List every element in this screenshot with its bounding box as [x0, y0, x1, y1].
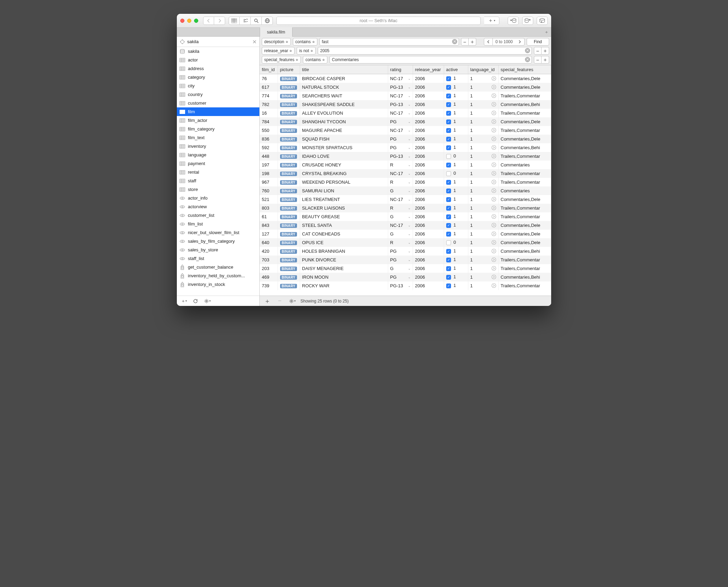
- cell-language_id[interactable]: 1: [468, 161, 498, 169]
- table-row[interactable]: 967BINARYWEEKEND PERSONALR⌄2006 11Traile…: [260, 178, 551, 186]
- nav-forward-button[interactable]: [214, 17, 225, 25]
- structure-view-button[interactable]: [240, 17, 251, 25]
- cell-release_year[interactable]: 2006: [413, 178, 444, 186]
- cell-rating[interactable]: PG⌄: [388, 117, 413, 126]
- find-button[interactable]: Find: [527, 38, 549, 46]
- console-button[interactable]: [537, 17, 548, 25]
- cell-active[interactable]: 1: [444, 247, 468, 256]
- cell-film_id[interactable]: 197: [260, 161, 278, 169]
- table-row[interactable]: 803BINARYSLACKER LIAISONSR⌄2006 11Traile…: [260, 204, 551, 212]
- table-row[interactable]: 843BINARYSTEEL SANTANC-17⌄2006 11Comment…: [260, 221, 551, 230]
- cell-rating[interactable]: PG⌄: [388, 273, 413, 281]
- cell-special_features[interactable]: Commentaries,Dele: [498, 74, 551, 83]
- cell-film_id[interactable]: 521: [260, 195, 278, 204]
- table-row[interactable]: 592BINARYMONSTER SPARTACUSPG⌄2006 11Comm…: [260, 143, 551, 152]
- table-row[interactable]: 76BINARYBIRDCAGE CASPERNC-17⌄2006 11Comm…: [260, 74, 551, 83]
- chevron-down-icon[interactable]: ⌄: [408, 180, 411, 184]
- link-arrow-icon[interactable]: [491, 240, 496, 245]
- cell-film_id[interactable]: 967: [260, 178, 278, 186]
- active-checkbox[interactable]: [446, 206, 451, 211]
- link-arrow-icon[interactable]: [491, 283, 496, 288]
- new-tab-plus-button[interactable]: ＋: [542, 28, 551, 36]
- filter-field-select[interactable]: release_year≑: [262, 47, 295, 55]
- cell-special_features[interactable]: Commentaries,Dele: [498, 135, 551, 143]
- active-checkbox[interactable]: [446, 137, 451, 142]
- sidebar-item-staff_list[interactable]: staff_list: [177, 254, 259, 263]
- active-checkbox[interactable]: [446, 249, 451, 254]
- cell-title[interactable]: SEARCHERS WAIT: [300, 92, 388, 100]
- cell-title[interactable]: BIRDCAGE CASPER: [300, 74, 388, 83]
- cell-rating[interactable]: PG⌄: [388, 247, 413, 256]
- cell-title[interactable]: WEEKEND PERSONAL: [300, 178, 388, 186]
- active-checkbox[interactable]: [446, 189, 451, 193]
- cell-language_id[interactable]: 1: [468, 186, 498, 195]
- sidebar-item-payment[interactable]: payment: [177, 159, 259, 168]
- sidebar-item-category[interactable]: category: [177, 73, 259, 81]
- cell-picture[interactable]: BINARY: [278, 273, 300, 281]
- cell-special_features[interactable]: Trailers,Commentar: [498, 212, 551, 221]
- cell-language_id[interactable]: 1: [468, 221, 498, 230]
- cell-special_features[interactable]: Trailers,Commentar: [498, 178, 551, 186]
- cell-film_id[interactable]: 420: [260, 247, 278, 256]
- sidebar-item-language[interactable]: language: [177, 151, 259, 159]
- chevron-down-icon[interactable]: ⌄: [408, 154, 411, 158]
- cell-special_features[interactable]: Commentaries: [498, 161, 551, 169]
- table-row[interactable]: 127BINARYCAT CONEHEADSG⌄2006 11Commentar…: [260, 230, 551, 238]
- cell-rating[interactable]: PG-13⌄: [388, 281, 413, 290]
- cell-special_features[interactable]: Commentaries,Behi: [498, 100, 551, 109]
- column-header-rating[interactable]: rating: [388, 65, 413, 74]
- remove-filter-button[interactable]: −: [461, 38, 469, 46]
- cell-active[interactable]: 1: [444, 273, 468, 281]
- cell-title[interactable]: IDAHO LOVE: [300, 152, 388, 161]
- sidebar-item-inventory_held_by_custom...[interactable]: inventory_held_by_custom...: [177, 271, 259, 280]
- link-arrow-icon[interactable]: [491, 223, 496, 228]
- cell-release_year[interactable]: 2006: [413, 186, 444, 195]
- sidebar-search-value[interactable]: sakila: [187, 39, 250, 44]
- cell-special_features[interactable]: Trailers,Commentar: [498, 281, 551, 290]
- cell-special_features[interactable]: Trailers,Commentar: [498, 204, 551, 212]
- cell-release_year[interactable]: 2006: [413, 212, 444, 221]
- table-row[interactable]: 16BINARYALLEY EVOLUTIONNC-17⌄2006 11Trai…: [260, 109, 551, 117]
- active-checkbox[interactable]: [446, 240, 451, 245]
- cell-picture[interactable]: BINARY: [278, 161, 300, 169]
- cell-active[interactable]: 1: [444, 126, 468, 135]
- cell-picture[interactable]: BINARY: [278, 117, 300, 126]
- column-header-active[interactable]: active: [444, 65, 468, 74]
- chevron-down-icon[interactable]: ⌄: [408, 223, 411, 227]
- cell-title[interactable]: CRUSADE HONEY: [300, 161, 388, 169]
- cell-rating[interactable]: PG-13⌄: [388, 152, 413, 161]
- cell-special_features[interactable]: Trailers,Commentar: [498, 126, 551, 135]
- link-arrow-icon[interactable]: [491, 93, 496, 98]
- close-window-button[interactable]: [180, 19, 184, 23]
- cell-language_id[interactable]: 1: [468, 152, 498, 161]
- cell-rating[interactable]: R⌄: [388, 204, 413, 212]
- chevron-down-icon[interactable]: ⌄: [408, 206, 411, 210]
- active-checkbox[interactable]: [446, 197, 451, 202]
- table-row[interactable]: 782BINARYSHAKESPEARE SADDLEPG-13⌄2006 11…: [260, 100, 551, 109]
- cell-picture[interactable]: BINARY: [278, 109, 300, 117]
- column-header-release_year[interactable]: release_year: [413, 65, 444, 74]
- active-checkbox[interactable]: [446, 76, 451, 81]
- cell-title[interactable]: PUNK DIVORCE: [300, 256, 388, 264]
- cell-rating[interactable]: PG⌄: [388, 143, 413, 152]
- cell-title[interactable]: CRYSTAL BREAKING: [300, 169, 388, 178]
- chevron-down-icon[interactable]: ⌄: [408, 77, 411, 80]
- cell-rating[interactable]: G⌄: [388, 186, 413, 195]
- active-checkbox[interactable]: [446, 266, 451, 271]
- cell-rating[interactable]: PG⌄: [388, 256, 413, 264]
- chevron-down-icon[interactable]: ⌄: [408, 198, 411, 201]
- link-arrow-icon[interactable]: [491, 154, 496, 158]
- add-filter-button[interactable]: ＋: [542, 47, 549, 55]
- table-row[interactable]: 703BINARYPUNK DIVORCEPG⌄2006 11Trailers,…: [260, 256, 551, 264]
- sidebar-item-sales_by_film_category[interactable]: sales_by_film_category: [177, 237, 259, 246]
- cell-picture[interactable]: BINARY: [278, 83, 300, 92]
- cell-active[interactable]: 1: [444, 204, 468, 212]
- chevron-down-icon[interactable]: ⌄: [408, 103, 411, 106]
- chevron-down-icon[interactable]: ⌄: [408, 215, 411, 219]
- cell-special_features[interactable]: Trailers,Commentar: [498, 256, 551, 264]
- nav-back-button[interactable]: [203, 17, 214, 25]
- chevron-down-icon[interactable]: ⌄: [408, 267, 411, 270]
- cell-film_id[interactable]: 739: [260, 281, 278, 290]
- table-row[interactable]: 550BINARYMAGUIRE APACHENC-17⌄2006 11Trai…: [260, 126, 551, 135]
- link-arrow-icon[interactable]: [491, 76, 496, 81]
